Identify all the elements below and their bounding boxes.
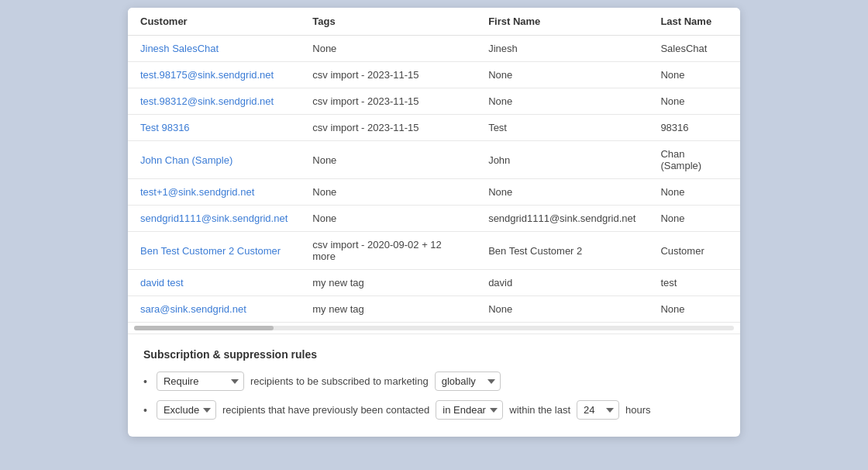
hours-label: hours (625, 404, 651, 416)
customer-cell[interactable]: Ben Test Customer 2 Customer (128, 232, 300, 270)
lastname-cell: Customer (648, 232, 740, 270)
customer-link[interactable]: Test 98316 (140, 122, 190, 133)
rule2-suffix-text: within the last (509, 404, 570, 416)
customer-cell[interactable]: John Chan (Sample) (128, 141, 300, 179)
customer-link[interactable]: Jinesh SalesChat (140, 43, 219, 54)
tags-cell: None (300, 206, 476, 232)
firstname-cell: sendgrid1111@sink.sendgrid.net (476, 206, 648, 232)
globally-select[interactable]: globally to this list (435, 372, 501, 391)
subscription-section: Subscription & suppression rules • Requi… (128, 333, 740, 437)
customer-link[interactable]: test.98312@sink.sendgrid.net (140, 95, 274, 107)
lastname-cell: None (648, 62, 740, 88)
firstname-cell: Jinesh (476, 36, 648, 62)
tags-cell: None (300, 179, 476, 206)
rule2-middle-text: recipients that have previously been con… (222, 404, 429, 416)
firstname-cell: None (476, 62, 648, 88)
customer-link[interactable]: test.98175@sink.sendgrid.net (140, 69, 274, 81)
tags-cell: None (300, 141, 476, 179)
lastname-cell: SalesChat (648, 36, 740, 62)
tags-cell: csv import - 2023-11-15 (300, 62, 476, 88)
subscription-title: Subscription & suppression rules (143, 348, 725, 361)
col-tags: Tags (300, 8, 476, 36)
table-row: John Chan (Sample)NoneJohnChan (Sample) (128, 141, 740, 179)
tags-cell: csv import - 2023-11-15 (300, 88, 476, 115)
table-row: sendgrid1111@sink.sendgrid.netNonesendgr… (128, 206, 740, 232)
lastname-cell: None (648, 179, 740, 206)
customer-cell[interactable]: test+1@sink.sendgrid.net (128, 179, 300, 206)
firstname-cell: John (476, 141, 648, 179)
table-row: Ben Test Customer 2 Customercsv import -… (128, 232, 740, 270)
col-firstname: First Name (476, 8, 648, 36)
table-wrapper: Customer Tags First Name Last Name Jines… (128, 8, 740, 333)
tags-cell: csv import - 2020-09-02 + 12 more (300, 232, 476, 270)
table-row: Jinesh SalesChatNoneJineshSalesChat (128, 36, 740, 62)
lastname-cell: test (648, 270, 740, 296)
horizontal-scrollbar[interactable] (128, 323, 740, 333)
bullet-1: • (143, 375, 147, 388)
customer-link[interactable]: test+1@sink.sendgrid.net (140, 186, 254, 198)
lastname-cell: 98316 (648, 115, 740, 141)
customers-table: Customer Tags First Name Last Name Jines… (128, 8, 740, 323)
firstname-cell: None (476, 296, 648, 323)
customer-link[interactable]: Ben Test Customer 2 Customer (140, 245, 281, 257)
tags-cell: my new tag (300, 270, 476, 296)
tags-cell: csv import - 2023-11-15 (300, 115, 476, 141)
col-customer: Customer (128, 8, 300, 36)
customer-cell[interactable]: test.98175@sink.sendgrid.net (128, 62, 300, 88)
customer-cell[interactable]: test.98312@sink.sendgrid.net (128, 88, 300, 115)
customer-cell[interactable]: Jinesh SalesChat (128, 36, 300, 62)
table-row: Test 98316csv import - 2023-11-15Test983… (128, 115, 740, 141)
customer-link[interactable]: John Chan (Sample) (140, 154, 232, 166)
rule-row-2: • Exclude Include recipients that have p… (143, 400, 725, 420)
customer-cell[interactable]: sara@sink.sendgrid.net (128, 296, 300, 323)
exclude-select[interactable]: Exclude Include (157, 400, 216, 420)
firstname-cell: Ben Test Customer 2 (476, 232, 648, 270)
firstname-cell: None (476, 88, 648, 115)
lastname-cell: None (648, 88, 740, 115)
scrollbar-thumb[interactable] (134, 326, 274, 330)
col-lastname: Last Name (648, 8, 740, 36)
table-row: david testmy new tagdavidtest (128, 270, 740, 296)
in-endear-select[interactable]: in Endear anywhere (436, 400, 503, 420)
firstname-cell: None (476, 179, 648, 206)
table-row: test.98312@sink.sendgrid.netcsv import -… (128, 88, 740, 115)
require-select[interactable]: Require Do not require (157, 372, 244, 391)
main-container: Customer Tags First Name Last Name Jines… (128, 8, 740, 437)
tags-cell: None (300, 36, 476, 62)
rule1-middle-text: recipients to be subscribed to marketing (250, 375, 429, 387)
customer-link[interactable]: sendgrid1111@sink.sendgrid.net (140, 213, 288, 224)
scrollbar-track (134, 326, 734, 330)
customer-link[interactable]: sara@sink.sendgrid.net (140, 303, 246, 315)
table-row: sara@sink.sendgrid.netmy new tagNoneNone (128, 296, 740, 323)
tags-cell: my new tag (300, 296, 476, 323)
lastname-cell: Chan (Sample) (648, 141, 740, 179)
lastname-cell: None (648, 206, 740, 232)
customer-cell[interactable]: david test (128, 270, 300, 296)
table-row: test+1@sink.sendgrid.netNoneNoneNone (128, 179, 740, 206)
customer-link[interactable]: david test (140, 277, 184, 289)
table-row: test.98175@sink.sendgrid.netcsv import -… (128, 62, 740, 88)
hours-select[interactable]: 24 48 72 168 (577, 400, 619, 420)
firstname-cell: david (476, 270, 648, 296)
rule-row-1: • Require Do not require recipients to b… (143, 372, 725, 391)
bullet-2: • (143, 404, 147, 416)
customer-cell[interactable]: Test 98316 (128, 115, 300, 141)
customer-cell[interactable]: sendgrid1111@sink.sendgrid.net (128, 206, 300, 232)
firstname-cell: Test (476, 115, 648, 141)
lastname-cell: None (648, 296, 740, 323)
